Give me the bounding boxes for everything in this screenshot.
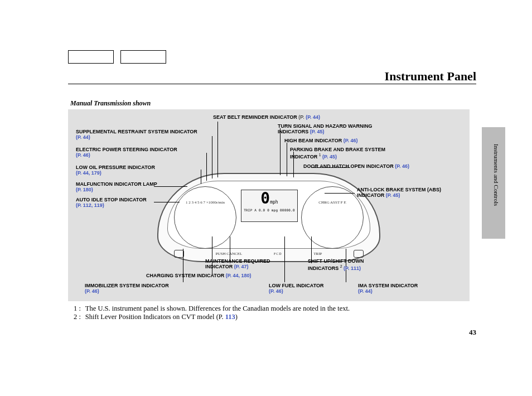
label-mil: MALFUNCTION INDICATOR LAMP (P. 180) (76, 182, 157, 193)
label-maint: MAINTENANCE REQUIRED INDICATOR (P. 47) (205, 259, 278, 270)
label-mil-page: (P. 180) (76, 187, 93, 192)
lead-turn (280, 128, 280, 175)
footnotes: 1 : The U.S. instrument panel is shown. … (74, 305, 350, 321)
section-tab-label: Instruments and Controls (492, 144, 500, 233)
label-seatbelt-page: (P. 44) (306, 114, 320, 120)
footnote-2-key: 2 : (74, 313, 81, 321)
header-box-1 (68, 50, 114, 64)
label-lowoil-text: LOW OIL PRESSURE INDICATOR (76, 165, 155, 170)
label-door: DOOR AND HATCH OPEN INDICATOR (P. 46) (303, 164, 409, 170)
label-shift-page: (P. 111) (344, 265, 361, 271)
label-seatbelt-text: SEAT BELT REMINDER INDICATOR (213, 114, 297, 120)
fcd-label: FCD (274, 252, 282, 255)
lead-highbeam (287, 143, 287, 176)
lead-srs (212, 136, 212, 178)
label-idlestop-page: (P. 112, 119) (76, 202, 104, 208)
speed-value: 0 (260, 189, 270, 207)
page-number: 43 (469, 328, 476, 337)
label-immob-text: IMMOBILIZER SYSTEM INDICATOR (85, 283, 169, 288)
center-lcd: 0mph TRIP A 0.0 0 mpg 00000.0 (241, 190, 298, 222)
footnote-2-text: Shift Lever Position Indicators on CVT m… (85, 313, 238, 321)
label-highbeam-page: (P. 46) (344, 138, 358, 143)
label-shift-sup: 2 (340, 264, 342, 268)
label-shift: SHIFT UP/SHIFT DOWN INDICATORS 2 (P. 111… (308, 259, 380, 272)
tachometer-dial: 1 2 3 4 5 6 7 ×1000r/min (174, 186, 236, 249)
label-maint-page: (P. 47) (234, 264, 249, 269)
label-srs-text: SUPPLEMENTAL RESTRAINT SYSTEM INDICATOR (76, 129, 197, 134)
figure-caption: Manual Transmission shown (70, 99, 151, 108)
footnote-1-key: 1 : (74, 305, 81, 313)
label-door-text: DOOR AND HATCH OPEN INDICATOR (303, 163, 394, 169)
assist-ticks: CHRG ASST F E (302, 187, 363, 205)
trip-button-icon (354, 250, 364, 258)
label-brake-text: PARKING BRAKE AND BRAKE SYSTEM INDICATOR (290, 147, 385, 160)
lead-seatbelt (217, 122, 218, 177)
label-srs: SUPPLEMENTAL RESTRAINT SYSTEM INDICATOR … (76, 129, 199, 141)
label-brake: PARKING BRAKE AND BRAKE SYSTEM INDICATOR… (290, 147, 413, 160)
label-lowfuel: LOW FUEL INDICATOR (P. 46) (269, 283, 324, 294)
lead-mil (154, 186, 187, 187)
label-turn-page: (P. 45) (310, 129, 325, 134)
label-abs: ANTI-LOCK BRAKE SYSTEM (ABS) INDICATOR (… (357, 187, 463, 199)
trip-button-label: TRIP (313, 252, 322, 256)
label-charge-page: (P. 44, 180) (226, 273, 252, 278)
trip-label: TRIP A (244, 208, 257, 212)
speed-unit: mph (270, 200, 278, 205)
assist-charge-dial: CHRG ASST F E (301, 186, 364, 249)
label-highbeam: HIGH BEAM INDICATOR (P. 46) (284, 138, 358, 144)
header-placeholder-boxes (68, 50, 166, 64)
label-ima-text: IMA SYSTEM INDICATOR (358, 283, 418, 288)
lead-idlestop (154, 202, 180, 202)
label-turn: TURN SIGNAL AND HAZARD WARNING INDICATOR… (278, 124, 400, 135)
label-mil-text: MALFUNCTION INDICATOR LAMP (76, 181, 157, 187)
label-immob: IMMOBILIZER SYSTEM INDICATOR (P. 46) (85, 283, 169, 294)
label-brake-sup: 1 (319, 153, 321, 157)
label-lowoil-page: (P. 44, 179) (76, 170, 101, 176)
header-box-2 (120, 50, 166, 64)
footnote-1-text: The U.S. instrument panel is shown. Diff… (85, 305, 350, 313)
push-cancel-label: PUSH CANCEL (216, 252, 243, 256)
label-abs-page: (P. 45) (386, 192, 400, 198)
label-lowfuel-page: (P. 46) (269, 288, 283, 294)
label-eps-page: (P. 46) (76, 152, 90, 158)
label-ima: IMA SYSTEM INDICATOR (P. 44) (358, 283, 418, 294)
trip-readout: 0.0 0 mpg 00000.0 (259, 208, 295, 212)
label-eps: ELECTRIC POWER STEERING INDICATOR (P. 46… (76, 147, 177, 158)
label-seatbelt: SEAT BELT REMINDER INDICATOR (P. (P. 44) (213, 115, 320, 120)
label-turn-text: TURN SIGNAL AND HAZARD WARNING INDICATOR… (278, 123, 373, 134)
label-idlestop-text: AUTO IDLE STOP INDICATOR (76, 197, 147, 202)
title-underline (68, 84, 476, 84)
lead-eps (206, 153, 207, 181)
lead-lowoil (201, 170, 201, 184)
label-lowoil: LOW OIL PRESSURE INDICATOR (P. 44, 179) (76, 165, 155, 176)
label-ima-page: (P. 44) (358, 288, 373, 294)
label-srs-page: (P. 44) (76, 134, 90, 140)
page-title: Instrument Panel (385, 69, 476, 84)
label-immob-page: (P. 46) (85, 288, 99, 294)
tach-ticks: 1 2 3 4 5 6 7 ×1000r/min (175, 187, 236, 205)
label-lowfuel-text: LOW FUEL INDICATOR (269, 283, 324, 288)
label-charge: CHARGING SYSTEM INDICATOR (P. 44, 180) (146, 273, 252, 279)
cluster-button-row: PUSH CANCEL FCD TRIP (168, 249, 369, 259)
lead-lowfuel (284, 236, 285, 282)
lead-abs (325, 193, 355, 194)
label-charge-text: CHARGING SYSTEM INDICATOR (146, 273, 224, 278)
label-eps-text: ELECTRIC POWER STEERING INDICATOR (76, 147, 177, 152)
instrument-cluster: 1 2 3 4 5 6 7 ×1000r/min CHRG ASST F E 0… (157, 173, 380, 262)
label-brake-page: (P. 45) (322, 154, 337, 160)
label-highbeam-text: HIGH BEAM INDICATOR (284, 138, 342, 143)
label-door-page: (P. 46) (395, 163, 409, 169)
label-idlestop: AUTO IDLE STOP INDICATOR (P. 112, 119) (76, 197, 147, 209)
diagram-panel: 1 2 3 4 5 6 7 ×1000r/min CHRG ASST F E 0… (68, 109, 470, 301)
